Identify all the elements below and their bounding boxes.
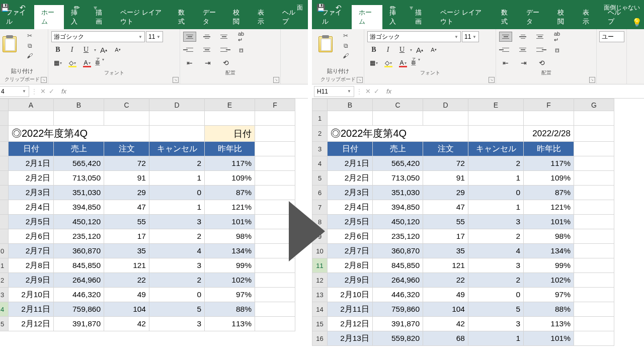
- cell[interactable]: 3: [149, 215, 205, 229]
- col-header[interactable]: A: [9, 99, 54, 111]
- underline-button[interactable]: U: [395, 44, 409, 55]
- align-left-button[interactable]: [499, 45, 512, 55]
- dialog-launcher-icon[interactable]: ↘: [173, 77, 179, 83]
- align-middle-button[interactable]: [200, 32, 213, 42]
- cell[interactable]: 109%: [524, 171, 574, 186]
- cell[interactable]: 97%: [524, 288, 574, 302]
- cell[interactable]: 35: [104, 244, 149, 258]
- redo-icon[interactable]: ↷: [35, 2, 46, 13]
- cell[interactable]: 2: [149, 273, 205, 288]
- cell[interactable]: 2月2日: [9, 171, 54, 186]
- cell[interactable]: 17: [104, 229, 149, 244]
- align-right-button[interactable]: [533, 45, 546, 55]
- italic-button[interactable]: I: [381, 44, 394, 55]
- align-center-button[interactable]: [200, 45, 213, 55]
- cell[interactable]: 1: [468, 171, 524, 186]
- col-header[interactable]: G: [574, 99, 614, 111]
- cell[interactable]: 351,030: [373, 186, 423, 200]
- shrink-font-button[interactable]: A▾: [427, 44, 440, 55]
- cell[interactable]: 235,120: [373, 229, 423, 244]
- cell[interactable]: 47: [104, 200, 149, 215]
- phonetic-button[interactable]: ア亜: [95, 57, 100, 68]
- cell[interactable]: 1: [149, 171, 205, 186]
- cell[interactable]: 2月6日: [9, 229, 54, 244]
- cell[interactable]: 2: [468, 229, 524, 244]
- cancel-icon[interactable]: ✕: [365, 87, 371, 95]
- cell[interactable]: 99%: [205, 258, 255, 273]
- fx-icon[interactable]: fx: [57, 87, 70, 95]
- shrink-font-button[interactable]: A▾: [111, 44, 124, 55]
- cell[interactable]: 2月9日: [328, 273, 373, 288]
- col-header[interactable]: E: [468, 99, 524, 111]
- cell[interactable]: 264,960: [54, 273, 104, 288]
- cell[interactable]: 2月2日: [328, 171, 373, 186]
- increase-indent-button[interactable]: ⇥: [517, 57, 530, 68]
- cell[interactable]: 29: [423, 186, 468, 200]
- cell[interactable]: 109%: [205, 171, 255, 186]
- cell[interactable]: 22: [423, 273, 468, 288]
- cell[interactable]: 68: [423, 331, 468, 346]
- align-bottom-button[interactable]: [533, 32, 546, 42]
- cell[interactable]: 49: [104, 288, 149, 302]
- tab-insert[interactable]: 挿入: [64, 5, 89, 29]
- copy-icon[interactable]: ⧉: [340, 41, 351, 50]
- qat-more-icon[interactable]: ▾: [90, 2, 101, 13]
- row-header[interactable]: 3: [0, 288, 9, 302]
- tab-view[interactable]: 表示: [576, 5, 601, 29]
- cell[interactable]: 35: [423, 244, 468, 258]
- row-header[interactable]: 4: [0, 302, 9, 317]
- row-header[interactable]: [0, 200, 9, 215]
- tab-file[interactable]: ファイル: [0, 5, 34, 29]
- col-header[interactable]: B: [54, 99, 104, 111]
- row-header[interactable]: 1: [312, 111, 328, 126]
- spreadsheet-grid[interactable]: BCDEFG12◎2022年度第4Q2022/2/283日付売上注文キャンセル昨…: [312, 99, 644, 362]
- row-header[interactable]: 0: [0, 244, 9, 258]
- name-box[interactable]: H11▼: [314, 86, 354, 97]
- row-header[interactable]: 12: [312, 273, 328, 288]
- cell[interactable]: 72: [104, 156, 149, 171]
- row-header[interactable]: 5: [0, 317, 9, 331]
- row-header[interactable]: [0, 171, 9, 186]
- cell[interactable]: 102%: [524, 273, 574, 288]
- cell[interactable]: 113%: [524, 317, 574, 331]
- phonetic-button[interactable]: ア亜: [411, 57, 416, 68]
- tab-data[interactable]: データ: [519, 5, 550, 29]
- cell[interactable]: 2: [149, 229, 205, 244]
- cell[interactable]: 713,050: [54, 171, 104, 186]
- col-header[interactable]: D: [423, 99, 468, 111]
- formula-input[interactable]: [395, 86, 644, 97]
- cell[interactable]: 446,320: [54, 288, 104, 302]
- col-header[interactable]: F: [524, 99, 574, 111]
- orientation-button[interactable]: ⟲: [219, 57, 232, 68]
- cell[interactable]: 121%: [524, 200, 574, 215]
- fill-color-button[interactable]: ◇▾: [382, 57, 395, 68]
- cell[interactable]: 360,870: [54, 244, 104, 258]
- cut-icon[interactable]: ✂: [24, 31, 35, 40]
- font-color-button[interactable]: A▾: [80, 57, 94, 68]
- borders-button[interactable]: ▦▾: [51, 57, 64, 68]
- paste-button[interactable]: [0, 31, 20, 57]
- cell[interactable]: 713,050: [373, 171, 423, 186]
- cell[interactable]: 351,030: [54, 186, 104, 200]
- cell[interactable]: 4: [149, 244, 205, 258]
- cell[interactable]: 2月10日: [9, 288, 54, 302]
- cell[interactable]: 360,870: [373, 244, 423, 258]
- tab-help[interactable]: ヘルプ: [601, 5, 632, 29]
- cell[interactable]: 450,120: [373, 215, 423, 229]
- cell[interactable]: 88%: [524, 302, 574, 317]
- cell[interactable]: 2月8日: [9, 258, 54, 273]
- cell[interactable]: 2月13日: [328, 331, 373, 346]
- wrap-text-button[interactable]: ab↵: [550, 31, 564, 42]
- dialog-launcher-icon[interactable]: ↘: [41, 77, 47, 83]
- row-header[interactable]: 13: [312, 288, 328, 302]
- row-header[interactable]: 6: [312, 186, 328, 200]
- cell[interactable]: 2月12日: [328, 317, 373, 331]
- col-header[interactable]: D: [149, 99, 205, 111]
- cell[interactable]: 91: [104, 171, 149, 186]
- cell[interactable]: 450,120: [54, 215, 104, 229]
- redo-icon[interactable]: ↷: [351, 2, 362, 13]
- merge-button[interactable]: ⧈: [234, 44, 248, 55]
- cell[interactable]: 565,420: [373, 156, 423, 171]
- tab-review[interactable]: 校閲: [226, 5, 251, 29]
- font-size-combo[interactable]: 11▼: [146, 31, 163, 42]
